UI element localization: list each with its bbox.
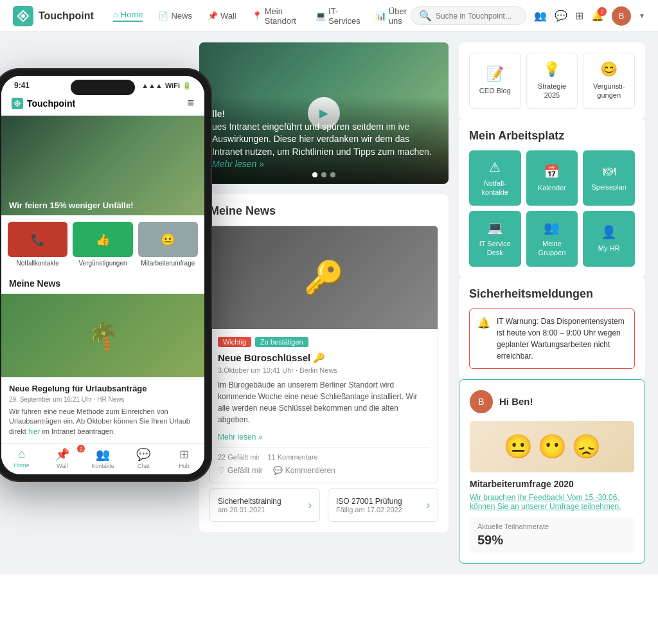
phone-brand: Touchpoint	[12, 98, 75, 109]
nav-standort[interactable]: 📍 Mein Standort	[252, 6, 300, 26]
tag-confirm: Zu bestätigen	[255, 337, 308, 347]
news-card-title: Neue Büroschlüssel 🔑	[218, 352, 430, 364]
user-avatar[interactable]: B	[612, 6, 631, 26]
nav-ueber-uns[interactable]: 📊 Über uns	[376, 6, 411, 26]
phone-action-umfrage[interactable]: 😐 Mitarbeiterumfrage	[138, 222, 198, 267]
nav-news[interactable]: 📄 News	[158, 11, 192, 21]
signal-icon: ▲▲▲	[141, 82, 163, 89]
hero-dots	[312, 172, 335, 177]
phone-action-notfall[interactable]: 📞 Notfallkontakte	[8, 222, 67, 267]
news-card-meta: 3.Oktober um 10:41 Uhr · Berlin News	[218, 366, 430, 374]
training-1-title: Sicherheitstraining	[218, 497, 281, 506]
hero-overlay: lle! ues Intranet eingeführt und spüren …	[199, 95, 449, 184]
training-item-1[interactable]: Sicherheitstraining am 20.01.2021 ›	[209, 488, 320, 522]
phone-menu-icon[interactable]: ≡	[187, 96, 194, 110]
brand-logo	[13, 6, 33, 26]
user-dropdown-icon[interactable]: ▼	[639, 12, 645, 19]
hero-dot-2[interactable]	[321, 172, 326, 177]
ben-avatar: B	[470, 390, 493, 413]
phone-quick-actions: 📞 Notfallkontakte 👍 Vergünstigungen 😐 Mi…	[1, 215, 204, 273]
comment-btn[interactable]: 💬 Kommentieren	[273, 466, 335, 475]
news-tags: Wichtig Zu bestätigen	[218, 337, 430, 347]
home-icon: ⌂	[113, 10, 118, 19]
phone-logo	[12, 98, 23, 109]
phone-news-link[interactable]: hier	[28, 427, 42, 435]
wifi-icon: WiFi	[165, 82, 180, 89]
phone-hero-text: Wir feiern 15% weniger Unfälle!	[9, 201, 134, 210]
notification-btn[interactable]: 🔔 2	[591, 10, 604, 22]
gruppen-icon: 👥	[544, 220, 560, 235]
training-1-content: Sicherheitstraining am 20.01.2021	[218, 497, 281, 514]
nav-wall[interactable]: 📌 Wall	[208, 11, 236, 21]
search-box[interactable]: 🔍	[411, 6, 526, 25]
phone-notch	[71, 80, 135, 95]
phone-nav-kontakte[interactable]: 👥 Kontakte	[82, 447, 123, 469]
top-navigation: Touchpoint ⌂ Home 📄 News 📌 Wall 📍 Mein S…	[0, 0, 658, 32]
sicherheit-section: Sicherheitsmeldungen 🔔 IT Warnung: Das D…	[459, 277, 645, 379]
phone-play-btn[interactable]: ▶	[90, 153, 116, 179]
phone-nav-wall[interactable]: 📌 2 Wall	[42, 447, 82, 469]
speiseplan-icon: 🍽	[603, 164, 616, 179]
users-icon-btn[interactable]: 👥	[534, 10, 547, 22]
phone-status-bar: 9:41 ▲▲▲ WiFi 🔋	[1, 76, 204, 93]
desktop-main-content: ▶ lle! ues Intranet eingeführt und spüre…	[199, 42, 449, 532]
hero-dot-3[interactable]	[330, 172, 335, 177]
training-2-arrow: ›	[427, 499, 430, 511]
speiseplan-label: Speiseplan	[591, 183, 626, 192]
nav-it-services[interactable]: 💻 IT-Services	[316, 6, 360, 26]
arbeitsplatz-gruppen[interactable]: 👥 MeineGruppen	[526, 211, 578, 267]
arbeitsplatz-speiseplan[interactable]: 🍽 Speiseplan	[583, 150, 635, 206]
phone-time: 9:41	[14, 81, 30, 90]
phone-news-text: Wir führen eine neue Methode zum Einreic…	[9, 407, 197, 436]
phone-meine-news-title: Meine News	[1, 273, 204, 294]
news-read-more[interactable]: Mehr lesen »	[218, 433, 262, 442]
kalender-label: Kalender	[538, 183, 566, 192]
quick-link-verguens[interactable]: 😊 Vergünsti-gungen	[583, 53, 635, 109]
phone-header: Touchpoint ≡	[1, 93, 204, 116]
location-icon: 📍	[252, 11, 262, 21]
search-input[interactable]	[436, 12, 518, 21]
strategie-icon: 💡	[543, 61, 560, 78]
nav-home[interactable]: ⌂ Home	[113, 10, 143, 22]
training-item-2[interactable]: ISO 27001 Prüfung Fällig am 17.02.2022 ›	[328, 488, 438, 522]
umfrage-link[interactable]: Wir brauchen Ihr Feedback! Vom 15.-30.06…	[470, 493, 634, 511]
hero-text: lle! ues Intranet eingeführt und spüren …	[212, 108, 436, 171]
chat-icon-btn[interactable]: 💬	[555, 10, 567, 22]
teilnahme-box: Aktuelle Teilnahmerate 59%	[470, 517, 634, 553]
nav-links: ⌂ Home 📄 News 📌 Wall 📍 Mein Standort 💻 I…	[94, 6, 411, 26]
phone-screen: 9:41 ▲▲▲ WiFi 🔋	[1, 76, 204, 474]
news-icon: 📄	[158, 11, 168, 21]
myhr-icon: 👤	[601, 224, 617, 240]
battery-icon: 🔋	[182, 82, 191, 90]
phone-news-meta: 29. September um 16:21 Uhr · HR News	[9, 396, 197, 403]
it-desk-label: IT ServiceDesk	[479, 239, 511, 258]
teilnahme-label: Aktuelle Teilnahmerate	[477, 523, 627, 530]
phone-action-verguens[interactable]: 👍 Vergünstigungen	[73, 222, 132, 267]
alert-bell-icon: 🔔	[477, 317, 490, 329]
hero-read-more[interactable]: Mehr lesen »	[212, 159, 264, 169]
arbeitsplatz-it-desk[interactable]: 💻 IT ServiceDesk	[469, 211, 521, 267]
training-items: Sicherheitstraining am 20.01.2021 › ISO …	[209, 488, 438, 522]
content-area: 9:41 ▲▲▲ WiFi 🔋	[0, 32, 658, 574]
like-btn[interactable]: ♡ Gefällt mir	[218, 466, 263, 475]
quick-link-ceo[interactable]: 📝 CEO Blog	[469, 53, 521, 109]
arbeitsplatz-myhr[interactable]: 👤 My HR	[583, 211, 635, 267]
phone-news-body: Neue Regelung für Urlaubsanträge 29. Sep…	[1, 377, 204, 443]
arbeitsplatz-kalender[interactable]: 📅 Kalender	[526, 150, 578, 206]
kalender-icon: 📅	[544, 164, 560, 179]
hero-dot-1[interactable]	[312, 172, 317, 177]
arbeitsplatz-notfall[interactable]: ⚠ Notfall-kontakte	[469, 150, 521, 206]
phone-news-title: Neue Regelung für Urlaubsanträge	[9, 384, 197, 393]
phone-nav-chat[interactable]: 💬 Chat	[123, 447, 164, 469]
quick-links-section: 📝 CEO Blog 💡 Strategie 2025 😊 Vergünsti-…	[459, 42, 645, 119]
phone-frame: 9:41 ▲▲▲ WiFi 🔋	[0, 68, 212, 482]
grid-icon-btn[interactable]: ⊞	[575, 10, 583, 22]
phone-nav-hub[interactable]: ⊞ Hub	[164, 447, 204, 469]
strategie-label: Strategie 2025	[532, 82, 573, 100]
wall-icon: 📌	[208, 11, 218, 21]
quick-link-strategie[interactable]: 💡 Strategie 2025	[526, 53, 578, 109]
umfrage-image: 😐😶😞	[470, 421, 634, 472]
meine-news-title: Meine News	[209, 204, 438, 218]
training-1-date: am 20.01.2021	[218, 506, 281, 514]
phone-nav-home[interactable]: ⌂ Home	[1, 447, 42, 469]
